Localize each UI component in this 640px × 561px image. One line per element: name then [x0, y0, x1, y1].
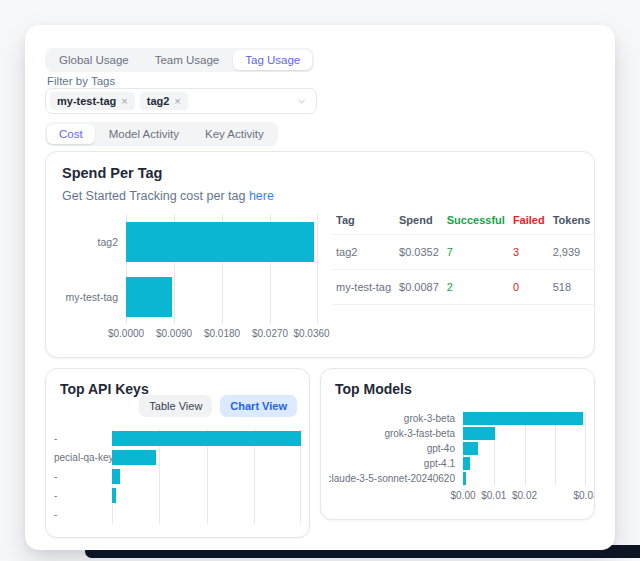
col-header-tokens: Tokens — [549, 206, 595, 235]
tag-stats-table: Tag Spend Successful Failed Tokens tag2 … — [332, 206, 580, 305]
card-title: Top API Keys — [60, 381, 149, 397]
usage-tabs: Global Usage Team Usage Tag Usage — [45, 48, 314, 72]
y-axis-labels: grok-3-beta grok-3-fast-beta gpt-4o gpt-… — [329, 411, 463, 486]
tab-model-activity[interactable]: Model Activity — [97, 124, 191, 144]
y-axis-label: - — [54, 486, 112, 505]
bar-api-key — [112, 488, 116, 503]
x-tick-label: $0.0180 — [204, 328, 240, 339]
bar-model — [463, 442, 478, 455]
x-tick-label: $0.0360 — [293, 328, 329, 339]
y-axis-label: - — [54, 505, 112, 524]
tab-global-usage[interactable]: Global Usage — [47, 50, 141, 70]
col-header-failed: Failed — [509, 206, 549, 235]
y-axis-label: - — [54, 467, 112, 486]
bar-api-key — [112, 431, 301, 446]
cell-failed: 0 — [509, 270, 549, 305]
y-axis-label: - — [54, 429, 112, 448]
y-axis-labels: - pecial-qa-key - - - — [54, 429, 112, 524]
x-tick-label: $0.00 — [450, 490, 475, 501]
x-tick-label: $0.0090 — [156, 328, 192, 339]
cell-tokens: 518 — [549, 270, 595, 305]
tag-filter-select[interactable]: my-test-tag × tag2 × — [45, 88, 317, 114]
chevron-down-icon[interactable] — [296, 96, 307, 107]
selected-tag-chip: my-test-tag × — [50, 92, 135, 110]
cell-successful: 7 — [443, 235, 509, 270]
remove-tag-icon[interactable]: × — [174, 95, 180, 107]
selected-tag-chip: tag2 × — [140, 92, 188, 110]
top-api-keys-chart: - pecial-qa-key - - - — [54, 429, 301, 524]
x-tick-label: $0.01 — [481, 490, 506, 501]
card-subtitle: Get Started Tracking cost per tag here — [62, 189, 274, 203]
x-axis: $0.0000 $0.0090 $0.0180 $0.0270 $0.0360 — [126, 324, 318, 340]
usage-dashboard-window: Global Usage Team Usage Tag Usage Filter… — [25, 25, 615, 550]
top-api-keys-card: Top API Keys Table View Chart View - pec… — [45, 368, 310, 538]
subtitle-text: Get Started Tracking cost per tag — [62, 189, 245, 203]
y-axis-label: pecial-qa-key — [54, 448, 112, 467]
table-row: my-test-tag $0.0087 2 0 518 — [332, 270, 594, 305]
cell-successful: 2 — [443, 270, 509, 305]
chart-view-button[interactable]: Chart View — [220, 395, 297, 417]
y-axis-label: tag2 — [58, 214, 126, 269]
spend-per-tag-card: Spend Per Tag Get Started Tracking cost … — [45, 151, 595, 358]
spend-per-tag-chart: tag2 my-test-tag $0.0000 $0.0090 $0.0180… — [58, 214, 318, 324]
remove-tag-icon[interactable]: × — [121, 95, 127, 107]
tab-team-usage[interactable]: Team Usage — [143, 50, 232, 70]
view-toggle: Table View Chart View — [139, 395, 297, 417]
x-axis: $0.00 $0.01 $0.02 $0.03 — [463, 486, 586, 502]
col-header-spend: Spend — [395, 206, 443, 235]
bar-model — [463, 472, 466, 485]
x-tick-label: $0.0270 — [252, 328, 288, 339]
metric-tabs: Cost Model Activity Key Activity — [45, 122, 278, 146]
y-axis-label: grok-3-beta — [329, 411, 463, 426]
cell-tag: my-test-tag — [332, 270, 395, 305]
tab-key-activity[interactable]: Key Activity — [193, 124, 276, 144]
bar-model — [463, 427, 495, 440]
y-axis-label: grok-3-fast-beta — [329, 426, 463, 441]
y-axis-label: my-test-tag — [58, 269, 126, 324]
bar-tag2 — [126, 222, 314, 262]
cell-tokens: 2,939 — [549, 235, 595, 270]
y-axis-label: claude-3-5-sonnet-20240620 — [329, 471, 463, 486]
y-axis-label: gpt-4.1 — [329, 456, 463, 471]
table-view-button[interactable]: Table View — [139, 395, 212, 417]
y-axis-labels: tag2 my-test-tag — [58, 214, 126, 324]
cell-tag: tag2 — [332, 235, 395, 270]
x-tick-label: $0.03 — [573, 490, 595, 501]
col-header-successful: Successful — [443, 206, 509, 235]
bar-my-test-tag — [126, 277, 172, 317]
plot-area: $0.00 $0.01 $0.02 $0.03 — [463, 411, 586, 486]
cell-spend: $0.0352 — [395, 235, 443, 270]
x-tick-label: $0.0000 — [108, 328, 144, 339]
chip-label: tag2 — [147, 95, 170, 107]
plot-area — [112, 429, 301, 524]
get-started-link[interactable]: here — [249, 189, 274, 203]
bar-api-key — [112, 469, 120, 484]
plot-area: $0.0000 $0.0090 $0.0180 $0.0270 $0.0360 — [126, 214, 318, 324]
y-axis-label: gpt-4o — [329, 441, 463, 456]
table-row: tag2 $0.0352 7 3 2,939 — [332, 235, 594, 270]
card-title: Spend Per Tag — [62, 165, 162, 181]
bar-api-key — [112, 450, 156, 465]
tab-tag-usage[interactable]: Tag Usage — [233, 50, 312, 70]
cell-failed: 3 — [509, 235, 549, 270]
x-tick-label: $0.02 — [512, 490, 537, 501]
col-header-tag: Tag — [332, 206, 395, 235]
filter-by-tags-label: Filter by Tags — [47, 75, 115, 87]
tab-cost[interactable]: Cost — [47, 124, 95, 144]
cell-spend: $0.0087 — [395, 270, 443, 305]
bar-model — [463, 457, 470, 470]
top-models-card: Top Models grok-3-beta grok-3-fast-beta … — [320, 368, 595, 520]
chip-label: my-test-tag — [57, 95, 116, 107]
bar-model — [463, 412, 583, 425]
top-models-chart: grok-3-beta grok-3-fast-beta gpt-4o gpt-… — [329, 411, 586, 486]
card-title: Top Models — [335, 381, 412, 397]
